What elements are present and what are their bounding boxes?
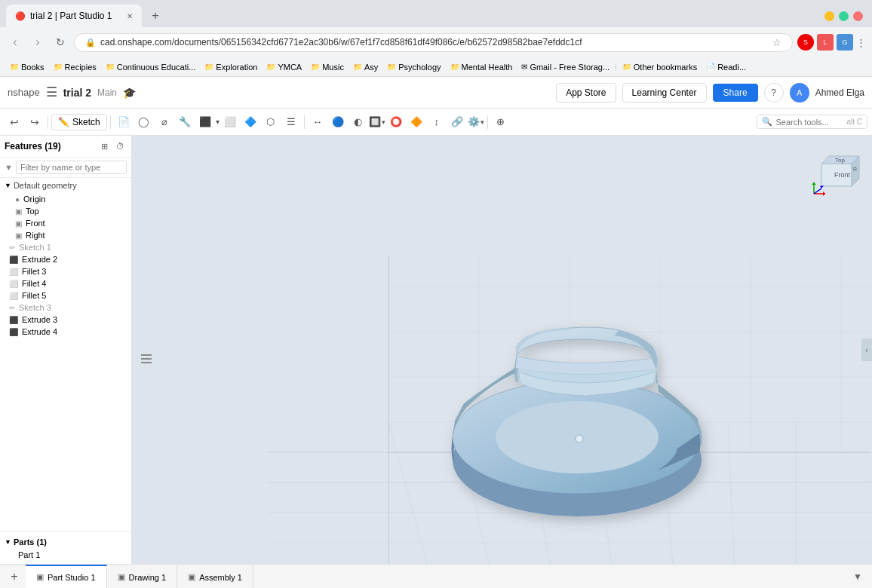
list-item[interactable]: ⬜ Fillet 3 bbox=[0, 265, 131, 277]
toolbar-btn-12[interactable]: ◐ bbox=[348, 112, 368, 132]
browser-chrome: 🔴 trial 2 | Part Studio 1 ✕ + ‹ › ↻ 🔒 ca… bbox=[0, 0, 872, 77]
extrude-icon3: ⬛ bbox=[9, 328, 18, 336]
toolbar-btn-9[interactable]: ☰ bbox=[281, 112, 301, 132]
help-button[interactable]: ? bbox=[764, 83, 784, 103]
url-text: cad.onshape.com/documents/065156342cfd67… bbox=[100, 37, 768, 47]
hamburger-button[interactable]: ☰ bbox=[46, 84, 57, 100]
ext-icon-3[interactable]: G bbox=[837, 34, 853, 51]
bookmark-other[interactable]: 📁 Other bookmarks bbox=[619, 62, 701, 72]
toolbar-btn-16[interactable]: ↕ bbox=[427, 112, 447, 132]
toolbar-btn-4[interactable]: 🔧 bbox=[175, 112, 195, 132]
search-input[interactable] bbox=[775, 118, 843, 127]
bookmark-folder-icon5: 📁 bbox=[266, 63, 275, 71]
toolbar-btn-19[interactable]: ⊕ bbox=[491, 112, 511, 132]
collapse-panel-button[interactable]: ‹ bbox=[861, 338, 872, 361]
graduate-icon: 🎓 bbox=[123, 87, 136, 99]
minimize-button[interactable] bbox=[824, 11, 834, 21]
user-avatar[interactable]: A bbox=[790, 83, 809, 103]
bookmark-education[interactable]: 📁 Continuous Educati... bbox=[102, 62, 200, 72]
list-item[interactable]: ⬛ Extrude 4 bbox=[0, 326, 131, 338]
redo-button[interactable]: ↪ bbox=[25, 112, 45, 132]
toolbar-btn-15[interactable]: 🔶 bbox=[407, 112, 426, 132]
list-item[interactable]: ▣ Right bbox=[0, 229, 131, 241]
list-item[interactable]: ⬜ Fillet 5 bbox=[0, 289, 131, 302]
list-item[interactable]: ● Origin bbox=[0, 193, 131, 205]
bookmark-folder-icon8: 📁 bbox=[387, 63, 396, 71]
sketch-button[interactable]: ✏️ Sketch bbox=[51, 114, 107, 130]
bookmark-music[interactable]: 📁 Music bbox=[307, 62, 348, 72]
bookmark-ymca[interactable]: 📁 YMCA bbox=[263, 62, 306, 72]
extensions-area: S L G ⋮ bbox=[797, 34, 866, 51]
viewport[interactable]: Front Top R ‹ bbox=[132, 136, 872, 564]
toolbar-btn-11[interactable]: 🔵 bbox=[328, 112, 348, 132]
bookmark-asy[interactable]: 📁 Asy bbox=[349, 62, 382, 72]
list-item[interactable]: ⬜ Fillet 4 bbox=[0, 277, 131, 289]
undo-button[interactable]: ↩ bbox=[5, 112, 24, 132]
new-tab-button[interactable]: + bbox=[145, 5, 166, 26]
bookmark-mental[interactable]: 📁 Mental Health bbox=[447, 62, 517, 72]
plane-icon: ▣ bbox=[15, 207, 22, 216]
star-icon[interactable]: ☆ bbox=[772, 37, 781, 48]
maximize-button[interactable] bbox=[839, 11, 849, 21]
toolbar-dropdown-1[interactable]: ▾ bbox=[216, 118, 220, 126]
toolbar-btn-18[interactable]: ⚙️ ▾ bbox=[468, 116, 484, 127]
panel-config-button[interactable]: ⏱ bbox=[113, 139, 127, 153]
bookmark-recipies[interactable]: 📁 Recipies bbox=[50, 62, 100, 72]
main-area: Features (19) ⊞ ⏱ ▼ ▼ Default geometry ● bbox=[0, 136, 872, 564]
toolbar-btn-14[interactable]: ⭕ bbox=[386, 112, 406, 132]
toolbar-btn-3[interactable]: ⌀ bbox=[155, 112, 174, 132]
bookmark-readi[interactable]: 📄 Readi... bbox=[702, 62, 750, 72]
toolbar-btn-8[interactable]: ⬡ bbox=[261, 112, 281, 132]
gmail-icon: ✉ bbox=[521, 63, 527, 71]
bookmark-gmail[interactable]: ✉ Gmail - Free Storag... bbox=[517, 62, 613, 72]
ext-icon-1[interactable]: S bbox=[797, 34, 814, 51]
bookmark-books[interactable]: 📁 Books bbox=[6, 62, 48, 72]
bookmark-folder-icon6: 📁 bbox=[311, 63, 320, 71]
filter-bar: ▼ bbox=[0, 158, 131, 178]
learning-center-button[interactable]: Learning Center bbox=[622, 83, 707, 103]
part-item[interactable]: Part 1 bbox=[5, 549, 127, 561]
close-tab-icon[interactable]: ✕ bbox=[127, 12, 133, 20]
default-geometry-group-header[interactable]: ▼ Default geometry bbox=[0, 178, 131, 193]
collapse-bottom-button[interactable]: ▼ bbox=[849, 568, 866, 585]
bookmark-exploration[interactable]: 📁 Exploration bbox=[201, 62, 261, 72]
toolbar-btn-7[interactable]: 🔷 bbox=[241, 112, 260, 132]
toolbar-btn-10[interactable]: ↔ bbox=[308, 112, 327, 132]
search-tools[interactable]: 🔍 alt C bbox=[757, 115, 867, 129]
panel-title: Features (19) bbox=[5, 141, 95, 152]
parts-header[interactable]: ▼ Parts (1) bbox=[5, 535, 127, 549]
tab-part-studio[interactable]: ▣ Part Studio 1 bbox=[26, 565, 107, 588]
add-tab-button[interactable]: + bbox=[6, 568, 23, 585]
app-store-button[interactable]: App Store bbox=[556, 83, 616, 103]
url-bar[interactable]: 🔒 cad.onshape.com/documents/065156342cfd… bbox=[74, 33, 793, 52]
ext-icon-2[interactable]: L bbox=[817, 34, 834, 51]
toolbar-btn-6[interactable]: ⬜ bbox=[220, 112, 240, 132]
toolbar-separator-3 bbox=[304, 115, 305, 129]
refresh-button[interactable]: ↻ bbox=[51, 33, 69, 51]
tab-drawing[interactable]: ▣ Drawing 1 bbox=[107, 565, 178, 588]
more-extensions[interactable]: ⋮ bbox=[856, 37, 866, 48]
toolbar-btn-17[interactable]: 🔗 bbox=[447, 112, 467, 132]
toolbar-btn-5[interactable]: ⬛ bbox=[195, 112, 215, 132]
tab-assembly[interactable]: ▣ Assembly 1 bbox=[177, 565, 253, 588]
forward-button[interactable]: › bbox=[29, 33, 47, 51]
share-button[interactable]: Share bbox=[713, 84, 758, 102]
list-item[interactable]: ✏ Sketch 3 bbox=[0, 302, 131, 314]
nav-cube[interactable]: Front Top R bbox=[810, 145, 863, 198]
bookmark-psychology[interactable]: 📁 Psychology bbox=[383, 62, 444, 72]
filter-input[interactable] bbox=[16, 161, 127, 174]
list-item[interactable]: ⬛ Extrude 3 bbox=[0, 314, 131, 326]
active-tab[interactable]: 🔴 trial 2 | Part Studio 1 ✕ bbox=[6, 5, 142, 27]
toolbar-btn-1[interactable]: 📄 bbox=[114, 112, 134, 132]
list-item[interactable]: ▣ Front bbox=[0, 217, 131, 229]
list-item[interactable]: ▣ Top bbox=[0, 205, 131, 217]
list-item[interactable]: ✏ Sketch 1 bbox=[0, 241, 131, 253]
panel-expand-button[interactable]: ⊞ bbox=[97, 139, 111, 153]
back-button[interactable]: ‹ bbox=[6, 33, 24, 51]
toolbar-btn-13[interactable]: 🔲 ▾ bbox=[369, 116, 385, 127]
toolbar-btn-2[interactable]: ◯ bbox=[134, 112, 154, 132]
close-button[interactable] bbox=[853, 11, 863, 21]
list-item[interactable]: ⬛ Extrude 2 bbox=[0, 253, 131, 265]
outline-icon[interactable] bbox=[138, 351, 155, 367]
bookmark-folder-icon: 📁 bbox=[10, 63, 19, 71]
